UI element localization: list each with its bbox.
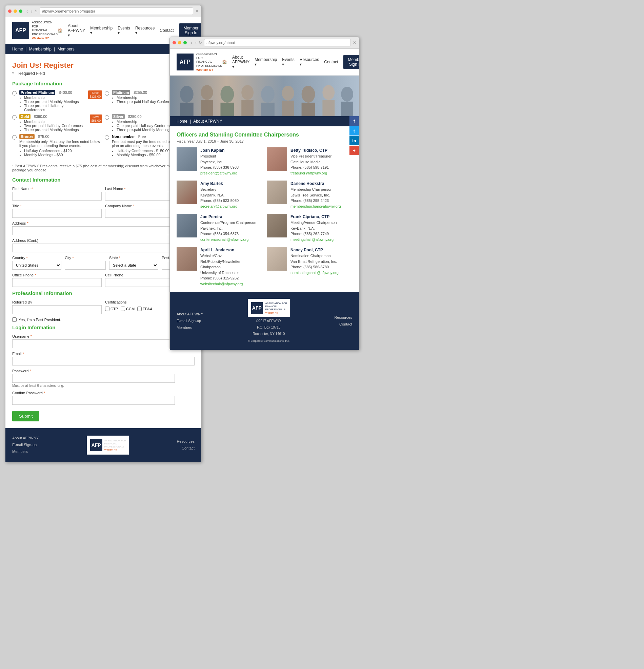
nav-events[interactable]: Events ▾	[117, 26, 130, 35]
submit-button[interactable]: Submit	[12, 411, 39, 422]
forward-arrow-icon[interactable]: ›	[30, 9, 33, 14]
footer-link-members[interactable]: Members	[12, 449, 39, 455]
cert-ctp-checkbox[interactable]	[105, 307, 110, 311]
email-row: Email *	[12, 352, 195, 366]
forward-arrow-icon-2[interactable]: ›	[195, 40, 198, 45]
password-input[interactable]	[12, 374, 175, 383]
referred-by-input[interactable]	[12, 305, 102, 314]
close-tab-icon[interactable]: ✕	[195, 9, 199, 14]
cert-fpa-checkbox[interactable]	[137, 307, 142, 311]
footer-logo-container-2: AFP ASSOCIATION FORFINANCIALPROFESSIONAL…	[248, 299, 290, 317]
svg-rect-15	[302, 103, 315, 116]
close-button[interactable]	[8, 10, 12, 13]
officer-photo-josh-kaplan	[177, 147, 197, 171]
officer-email-betty-tudisco[interactable]: treasurer@afpwny.org	[291, 170, 332, 176]
officer-info-amy-bartek: Amy Bartek Secretary KeyBank, N.A. Phone…	[200, 181, 239, 209]
footer-link-resources[interactable]: Resources	[177, 438, 195, 445]
footer-link-about-2[interactable]: About AFPWNY	[177, 311, 203, 318]
svg-rect-9	[241, 100, 253, 116]
past-president-checkbox[interactable]	[12, 317, 17, 322]
breadcrumb-about[interactable]: About AFPWNY	[193, 119, 222, 124]
member-sign-in-button-2[interactable]: Member Sign In	[344, 55, 359, 69]
address-row: Address *	[12, 221, 195, 235]
nav-home-icon-2[interactable]: 🏠	[222, 60, 227, 65]
package-silver-radio[interactable]	[105, 115, 109, 119]
country-select[interactable]: United States	[12, 261, 61, 270]
officer-email-amy-bartek[interactable]: secretary@afpwny.org	[200, 203, 239, 209]
close-tab-icon-2[interactable]: ✕	[353, 40, 356, 45]
nav-contact[interactable]: Contact	[160, 28, 173, 33]
nav-membership[interactable]: Membership ▾	[90, 26, 113, 35]
sidebar-googleplus-icon[interactable]: +	[349, 146, 359, 155]
refresh-icon-2[interactable]: ↻	[199, 40, 202, 45]
officer-email-darlene-hookstra[interactable]: membershipchair@afpwny.org	[291, 203, 341, 209]
username-input[interactable]	[12, 339, 195, 348]
footer-credit: © Corporate Communications, Inc.	[248, 339, 290, 343]
hero-svg	[170, 75, 359, 116]
state-select[interactable]: Select a State	[109, 261, 158, 270]
package-preferred-platinum-radio[interactable]	[12, 91, 17, 96]
minimize-button[interactable]	[14, 10, 17, 13]
nav-about[interactable]: About AFPWNY ▾	[68, 23, 85, 38]
footer-link-members-2[interactable]: Members	[177, 325, 203, 331]
officer-email-april-anderson[interactable]: websitechair@afpwny.org	[200, 281, 262, 287]
sidebar-twitter-icon[interactable]: t	[349, 126, 359, 136]
package-non-member-radio[interactable]	[105, 135, 109, 140]
officer-photo-amy-bartek	[177, 181, 197, 204]
address-bar-2[interactable]	[204, 39, 351, 46]
fiscal-year: Fiscal Year July 1, 2016 – June 30, 2017	[177, 139, 352, 143]
nav-resources-2[interactable]: Resources ▾	[299, 57, 319, 67]
officers-grid: Josh Kaplan President Paychex, Inc. Phon…	[177, 147, 352, 287]
address-bar-1[interactable]	[40, 8, 193, 15]
office-phone-input[interactable]	[12, 278, 102, 287]
footer-link-contact-2[interactable]: Contact	[334, 321, 352, 328]
sidebar-linkedin-icon[interactable]: in	[349, 136, 359, 145]
first-name-input[interactable]	[12, 192, 102, 201]
email-input[interactable]	[12, 357, 195, 366]
back-arrow-icon-2[interactable]: ‹	[190, 40, 193, 45]
title-input[interactable]	[12, 209, 102, 218]
address-input[interactable]	[12, 226, 195, 235]
footer-address-2: Rochester, NY 14610	[253, 331, 285, 336]
nav-home-icon[interactable]: 🏠	[58, 28, 63, 33]
nav-membership-2[interactable]: Membership ▾	[254, 57, 277, 67]
nav-about-2[interactable]: About AFPWNY ▾	[232, 55, 250, 69]
sidebar-facebook-icon[interactable]: f	[349, 116, 359, 126]
breadcrumb-home[interactable]: Home	[12, 47, 23, 52]
cert-ccm-checkbox[interactable]	[121, 307, 125, 311]
state-label: State *	[109, 256, 158, 260]
back-arrow-icon[interactable]: ‹	[26, 9, 29, 14]
title-company-row: Title * Company Name *	[12, 204, 195, 218]
svg-rect-11	[261, 103, 275, 116]
package-gold-radio[interactable]	[12, 115, 17, 119]
breadcrumb-home-2[interactable]: Home	[177, 119, 187, 124]
officer-email-nancy-pool[interactable]: nominatingchair@afpwny.org	[291, 270, 339, 276]
officer-email-frank-cipriano[interactable]: meetingchair@afpwny.org	[291, 237, 337, 243]
package-bronze-radio[interactable]	[12, 135, 17, 140]
breadcrumb-membership-text[interactable]: Membership	[29, 47, 52, 52]
footer-link-resources-2[interactable]: Resources	[334, 314, 352, 321]
refresh-icon[interactable]: ↻	[34, 9, 38, 14]
city-input[interactable]	[65, 261, 106, 270]
maximize-button[interactable]	[19, 10, 23, 13]
nav-contact-2[interactable]: Contact	[324, 60, 338, 65]
package-platinum-radio[interactable]	[105, 91, 109, 96]
footer-link-email[interactable]: E-mail Sign-up	[12, 442, 39, 449]
member-sign-in-button[interactable]: Member Sign In	[179, 23, 201, 38]
maximize-button-2[interactable]	[183, 41, 187, 44]
nav-resources[interactable]: Resources ▾	[135, 26, 155, 35]
officer-phone-betty-tudisco: Phone: (585) 598-7191	[291, 165, 332, 170]
main-nav: 🏠 About AFPWNY ▾ Membership ▾ Events ▾ R…	[58, 23, 201, 38]
minimize-button-2[interactable]	[178, 41, 181, 44]
package-gold-name: Gold	[19, 114, 30, 119]
breadcrumb-members[interactable]: Members	[58, 47, 74, 52]
officer-email-josh-kaplan[interactable]: president@afpwny.org	[200, 170, 239, 176]
close-button-2[interactable]	[172, 41, 176, 44]
nav-events-2[interactable]: Events ▾	[282, 57, 295, 67]
footer-link-email-2[interactable]: E-mail Sign-up	[177, 318, 203, 325]
footer-link-contact[interactable]: Contact	[177, 445, 195, 452]
address-cont-input[interactable]	[12, 244, 195, 252]
footer-link-about[interactable]: About AFPWNY	[12, 435, 39, 442]
officer-email-joe-pereira[interactable]: conferencechair@afpwny.org	[200, 237, 256, 243]
confirm-password-input[interactable]	[12, 396, 175, 405]
